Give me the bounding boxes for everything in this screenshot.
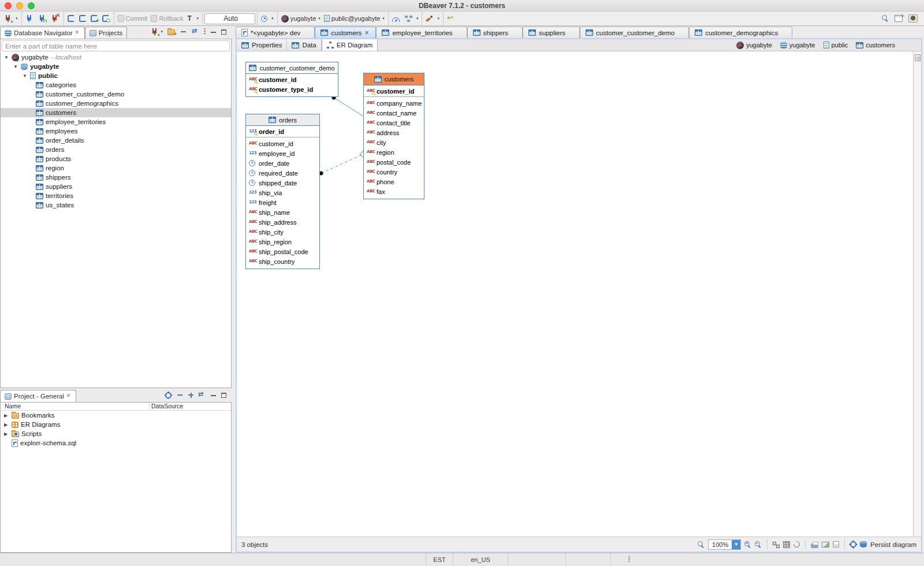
er-column[interactable]: ship_city xyxy=(246,227,319,237)
er-column[interactable]: ship_region xyxy=(246,237,319,247)
expand-arrow[interactable] xyxy=(4,55,12,60)
open-sql-script[interactable] xyxy=(77,12,89,25)
connect[interactable] xyxy=(24,12,36,25)
editor-subtab[interactable]: Data xyxy=(287,39,321,51)
er-entity-header[interactable]: customers xyxy=(364,73,424,85)
er-column[interactable]: ship_postal_code xyxy=(246,247,319,256)
tree-item[interactable]: products xyxy=(1,154,231,163)
project-item[interactable]: Bookmarks xyxy=(1,411,231,420)
er-column[interactable]: postal_code xyxy=(364,157,424,167)
tree-item[interactable]: yugabyte - localhost xyxy=(1,53,231,62)
editor-tab[interactable]: *<yugabyte> dev xyxy=(236,27,315,38)
maximize-view[interactable] xyxy=(221,27,227,37)
status-locale[interactable]: en_US xyxy=(453,553,508,566)
network-profile[interactable] xyxy=(403,12,420,25)
zoom-value[interactable]: 100% xyxy=(709,541,732,548)
commit-mode-combo[interactable]: Auto xyxy=(204,13,255,24)
collapse[interactable] xyxy=(176,390,184,400)
toggle-grid[interactable] xyxy=(783,541,790,548)
breadcrumb-item[interactable]: customers xyxy=(856,42,895,49)
tree-item[interactable]: employee_territories xyxy=(1,117,231,126)
arrange-diagram[interactable] xyxy=(773,541,780,548)
refresh-diagram[interactable] xyxy=(793,541,800,548)
editor-tab[interactable]: customer_demographics xyxy=(689,27,792,38)
er-entity-header[interactable]: customer_customer_demo xyxy=(246,62,338,74)
new-window[interactable] xyxy=(893,12,904,25)
er-column[interactable]: shipped_date xyxy=(246,178,319,188)
er-column[interactable]: ship_via xyxy=(246,188,319,198)
er-column[interactable]: ship_address xyxy=(246,217,319,227)
view-menu[interactable] xyxy=(203,27,206,37)
er-entity[interactable]: customers customer_id xyxy=(363,73,424,199)
tab-projects[interactable]: Projects xyxy=(85,27,128,39)
zoom-dropdown-button[interactable]: ▼ xyxy=(732,540,740,549)
sql-editor[interactable] xyxy=(66,12,77,25)
project-item[interactable]: ER Diagrams xyxy=(1,420,231,429)
dashboard[interactable] xyxy=(390,12,403,25)
sep3[interactable] xyxy=(844,540,845,549)
er-column[interactable]: city xyxy=(364,137,424,147)
er-column[interactable]: customer_id xyxy=(246,139,319,148)
print-diagram[interactable] xyxy=(811,541,818,548)
editor-tab[interactable]: customer_customer_demo xyxy=(580,27,689,38)
minimize-view[interactable] xyxy=(210,27,217,37)
tab-project-general[interactable]: Project - General xyxy=(0,390,76,402)
rollback[interactable]: Rollback xyxy=(149,12,185,25)
er-entity[interactable]: orders order_id xyxy=(245,114,320,269)
search[interactable] xyxy=(880,12,891,25)
invalidate-reconnect[interactable] xyxy=(36,12,49,25)
editor-tab[interactable]: customers xyxy=(315,27,376,38)
settings[interactable] xyxy=(165,390,172,400)
persist-diagram-icon[interactable] xyxy=(860,541,867,548)
minimize-view[interactable] xyxy=(210,390,217,400)
expand[interactable] xyxy=(188,390,194,400)
er-column[interactable]: employee_id xyxy=(246,148,319,158)
diagram-settings[interactable] xyxy=(850,541,856,548)
close-tab-icon[interactable] xyxy=(364,29,370,37)
project-item[interactable]: explorr-schema.sql xyxy=(1,438,231,448)
expand-arrow[interactable] xyxy=(4,431,12,437)
zoom-out[interactable] xyxy=(755,541,762,548)
link-with-editor[interactable] xyxy=(191,27,200,37)
editor-subtab[interactable]: Properties xyxy=(237,39,287,51)
export-image[interactable] xyxy=(822,542,829,548)
table-filter-input[interactable]: Enter a part of table name here xyxy=(2,40,230,51)
editor-tab[interactable]: shippers xyxy=(467,27,523,38)
user-profile[interactable] xyxy=(907,12,919,25)
sep1[interactable] xyxy=(767,540,767,549)
er-column[interactable]: address xyxy=(364,128,424,137)
er-column[interactable]: country xyxy=(364,167,424,177)
tree-item[interactable]: orders xyxy=(1,145,231,154)
er-column[interactable]: fax xyxy=(364,187,424,196)
breadcrumb-item[interactable]: public xyxy=(824,42,848,49)
close-view-icon[interactable] xyxy=(75,31,80,36)
new-connection[interactable] xyxy=(2,12,20,25)
column-datasource[interactable]: DataSource xyxy=(150,403,183,410)
tree-item[interactable]: us_states xyxy=(1,200,231,210)
breadcrumb-item[interactable]: yugabyte xyxy=(780,42,815,49)
er-column[interactable]: order_date xyxy=(246,158,319,168)
tree-item[interactable]: suppliers xyxy=(1,182,231,191)
expand-arrow[interactable] xyxy=(4,422,12,427)
disconnect[interactable] xyxy=(49,12,62,25)
diagram-search[interactable] xyxy=(698,541,705,548)
project-item[interactable]: Scripts xyxy=(1,429,231,438)
er-diagram-canvas[interactable]: customer_customer_demo customer_id xyxy=(237,51,913,537)
format[interactable] xyxy=(424,12,441,25)
zoom-combo[interactable]: 100%▼ xyxy=(708,539,741,550)
tree-item[interactable]: yugabyte xyxy=(1,62,231,71)
navigate-back[interactable] xyxy=(445,12,459,25)
new-sql-editor[interactable] xyxy=(89,12,100,25)
find-in-sql[interactable] xyxy=(100,12,112,25)
maximize-view[interactable] xyxy=(221,390,227,400)
er-column[interactable]: freight xyxy=(246,198,319,207)
editor-tab[interactable]: employee_territories xyxy=(376,27,467,38)
expand-arrow[interactable] xyxy=(23,73,30,79)
collapse-all[interactable] xyxy=(179,27,188,37)
tree-item[interactable]: customers xyxy=(1,108,231,117)
er-column[interactable]: order_id xyxy=(246,126,319,136)
tree-item[interactable]: public xyxy=(1,71,231,80)
er-column[interactable]: contact_name xyxy=(364,108,424,118)
er-column[interactable]: customer_id xyxy=(246,75,338,84)
er-column[interactable]: customer_id xyxy=(364,86,424,96)
